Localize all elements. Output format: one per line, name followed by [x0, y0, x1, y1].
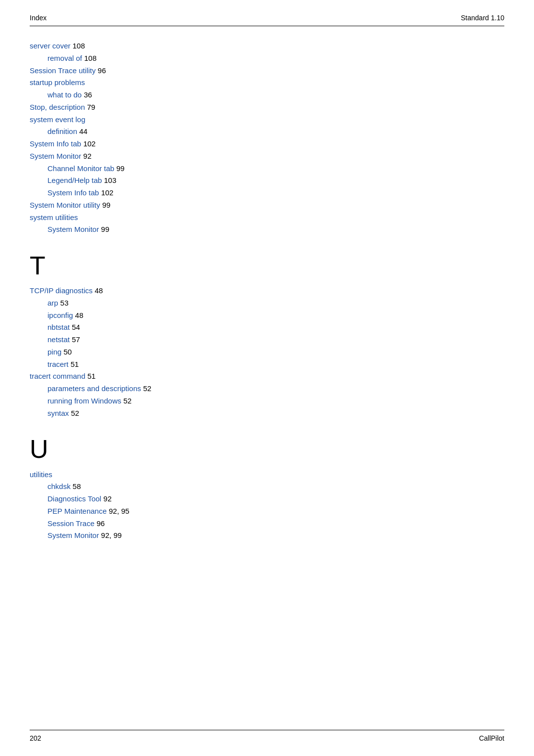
list-item: Stop, description 79 [30, 101, 504, 114]
page-header: Index Standard 1.10 [30, 14, 504, 26]
entry-pep-maintenance[interactable]: PEP Maintenance [47, 507, 107, 515]
section-letter-u: U [30, 435, 504, 463]
section-t: T TCP/IP diagnostics 48 arp 53 ipconfig … [30, 252, 504, 419]
entry-session-trace-utility[interactable]: Session Trace utility [30, 66, 95, 75]
entry-removal-of[interactable]: removal of [47, 54, 82, 62]
list-item: Diagnostics Tool 92 [30, 493, 504, 505]
section-u: U utilities chkdsk 58 Diagnostics Tool 9… [30, 435, 504, 542]
entry-system-monitor-utility[interactable]: System Monitor utility [30, 201, 100, 209]
list-item: syntax 52 [30, 407, 504, 420]
entry-server-cover[interactable]: server cover [30, 42, 71, 50]
list-item: startup problems [30, 77, 504, 89]
list-item: ping 50 [30, 346, 504, 358]
entry-channel-monitor-tab[interactable]: Channel Monitor tab [47, 164, 114, 173]
footer-brand: CallPilot [479, 734, 504, 742]
entry-tracert-command[interactable]: tracert command [30, 372, 86, 380]
entry-system-event-log[interactable]: system event log [30, 115, 86, 124]
list-item: System Monitor 92, 99 [30, 530, 504, 542]
list-item: netstat 57 [30, 334, 504, 346]
entry-chkdsk[interactable]: chkdsk [47, 482, 71, 490]
list-item: Session Trace 96 [30, 518, 504, 530]
list-item: System Monitor 92 [30, 150, 504, 163]
entry-tcpip-diagnostics[interactable]: TCP/IP diagnostics [30, 286, 92, 295]
entry-system-info-tab-2[interactable]: System Info tab [47, 188, 99, 197]
list-item: removal of 108 [30, 52, 504, 65]
entry-syntax[interactable]: syntax [47, 409, 69, 417]
list-item: Legend/Help tab 103 [30, 175, 504, 187]
entry-system-monitor-2[interactable]: System Monitor [47, 225, 99, 233]
entry-definition[interactable]: definition [47, 127, 77, 135]
entry-ping[interactable]: ping [47, 348, 61, 356]
section-letter-t: T [30, 252, 504, 280]
list-item: PEP Maintenance 92, 95 [30, 505, 504, 518]
page-container: Index Standard 1.10 server cover 108 rem… [0, 0, 534, 756]
entry-diagnostics-tool[interactable]: Diagnostics Tool [47, 494, 101, 503]
index-content: server cover 108 removal of 108 Session … [30, 36, 504, 542]
list-item: system event log [30, 114, 504, 126]
entry-arp[interactable]: arp [47, 299, 58, 307]
page-footer: 202 CallPilot [30, 730, 504, 742]
entry-stop-description[interactable]: Stop, description [30, 103, 85, 111]
entry-system-monitor-u[interactable]: System Monitor [47, 531, 99, 539]
entry-what-to-do[interactable]: what to do [47, 90, 82, 99]
list-item: ipconfig 48 [30, 310, 504, 322]
entry-parameters-descriptions[interactable]: parameters and descriptions [47, 384, 141, 393]
entry-system-info-tab[interactable]: System Info tab [30, 139, 81, 148]
list-item: System Monitor utility 99 [30, 199, 504, 212]
entry-legend-help-tab[interactable]: Legend/Help tab [47, 176, 102, 184]
list-item: system utilities [30, 212, 504, 224]
entry-utilities[interactable]: utilities [30, 470, 52, 479]
entry-running-from-windows[interactable]: running from Windows [47, 397, 121, 405]
footer-page-number: 202 [30, 734, 41, 742]
list-item: TCP/IP diagnostics 48 [30, 285, 504, 297]
list-item: tracert 51 [30, 358, 504, 371]
list-item: running from Windows 52 [30, 395, 504, 407]
list-item: Session Trace utility 96 [30, 65, 504, 77]
entry-startup-problems[interactable]: startup problems [30, 78, 85, 87]
list-item: what to do 36 [30, 89, 504, 101]
list-item: Channel Monitor tab 99 [30, 163, 504, 175]
list-item: System Monitor 99 [30, 223, 504, 236]
list-item: utilities [30, 469, 504, 481]
header-standard-label: Standard 1.10 [461, 14, 504, 22]
section-s: server cover 108 removal of 108 Session … [30, 40, 504, 236]
list-item: nbtstat 54 [30, 321, 504, 334]
list-item: definition 44 [30, 126, 504, 138]
entry-system-utilities[interactable]: system utilities [30, 213, 78, 222]
list-item: parameters and descriptions 52 [30, 383, 504, 395]
list-item: server cover 108 [30, 40, 504, 52]
list-item: System Info tab 102 [30, 138, 504, 150]
list-item: chkdsk 58 [30, 481, 504, 493]
entry-ipconfig[interactable]: ipconfig [47, 311, 73, 319]
entry-session-trace[interactable]: Session Trace [47, 519, 94, 528]
list-item: tracert command 51 [30, 370, 504, 383]
entry-tracert[interactable]: tracert [47, 360, 69, 368]
list-item: arp 53 [30, 297, 504, 310]
entry-system-monitor[interactable]: System Monitor [30, 152, 81, 160]
list-item: System Info tab 102 [30, 187, 504, 199]
entry-nbtstat[interactable]: nbtstat [47, 323, 70, 331]
entry-netstat[interactable]: netstat [47, 335, 70, 344]
header-index-label: Index [30, 14, 46, 22]
